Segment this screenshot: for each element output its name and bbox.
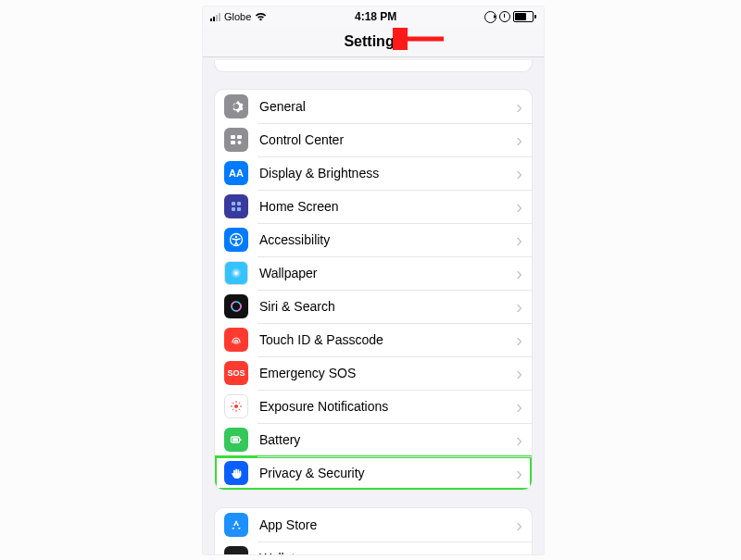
exposure-icon — [224, 394, 248, 418]
wallet-icon — [224, 546, 248, 554]
svg-rect-0 — [231, 135, 235, 139]
rotation-lock-icon — [484, 11, 496, 23]
settings-group-store: App Store › Wallet › — [214, 507, 533, 554]
row-home-screen[interactable]: Home Screen › — [215, 190, 532, 223]
chevron-right-icon: › — [516, 464, 522, 482]
row-label: App Store — [259, 517, 505, 532]
row-label: Wallpaper — [259, 266, 505, 280]
chevron-right-icon: › — [516, 364, 522, 382]
status-bar: Globe 4:18 PM — [203, 6, 544, 26]
row-siri-search[interactable]: Siri & Search › — [215, 290, 532, 323]
svg-point-3 — [238, 141, 242, 144]
svg-rect-1 — [237, 135, 242, 139]
general-icon — [224, 94, 248, 118]
home-screen-icon — [224, 194, 248, 218]
chevron-right-icon: › — [516, 131, 522, 149]
row-wallpaper[interactable]: Wallpaper › — [215, 256, 532, 290]
privacy-icon — [224, 461, 248, 485]
row-battery[interactable]: Battery › — [215, 423, 532, 456]
row-label: Accessibility — [259, 232, 505, 247]
row-label: Siri & Search — [259, 299, 505, 314]
svg-rect-26 — [232, 438, 238, 441]
navbar: Settings — [203, 26, 544, 57]
chevron-right-icon: › — [516, 430, 522, 449]
chevron-right-icon: › — [516, 516, 522, 534]
svg-line-20 — [232, 403, 233, 404]
row-emergency-sos[interactable]: SOS Emergency SOS › — [215, 356, 532, 390]
svg-rect-7 — [237, 207, 241, 211]
chevron-right-icon: › — [516, 330, 522, 349]
row-label: Exposure Notifications — [259, 399, 505, 414]
battery-icon — [513, 11, 536, 22]
app-store-icon — [224, 513, 248, 537]
row-exposure-notifications[interactable]: Exposure Notifications › — [215, 390, 532, 423]
svg-rect-6 — [232, 207, 235, 211]
row-app-store[interactable]: App Store › — [215, 508, 532, 541]
battery-settings-icon — [224, 428, 248, 452]
row-privacy-security[interactable]: Privacy & Security › — [215, 456, 532, 490]
row-general[interactable]: General › — [215, 90, 532, 123]
chevron-right-icon: › — [516, 97, 522, 116]
siri-icon — [224, 294, 248, 318]
chevron-right-icon: › — [516, 397, 522, 416]
chevron-right-icon: › — [516, 549, 522, 554]
annotation-arrow — [393, 28, 448, 50]
svg-line-21 — [239, 409, 240, 410]
row-control-center[interactable]: Control Center › — [215, 123, 532, 156]
alarm-icon — [499, 11, 510, 22]
row-label: Wallet — [259, 551, 505, 554]
svg-point-9 — [235, 236, 237, 238]
row-wallet[interactable]: Wallet › — [215, 541, 532, 554]
sos-icon: SOS — [224, 361, 248, 385]
row-label: Control Center — [259, 132, 505, 147]
row-touch-id-passcode[interactable]: Touch ID & Passcode › — [215, 323, 532, 356]
row-label: Display & Brightness — [259, 166, 505, 180]
settings-group-main: General › Control Center › AA Display & … — [214, 89, 533, 491]
svg-line-22 — [232, 409, 233, 410]
svg-rect-25 — [240, 439, 242, 442]
previous-group-tail — [214, 60, 533, 72]
chevron-right-icon: › — [516, 197, 522, 216]
display-brightness-icon: AA — [224, 161, 248, 185]
svg-point-12 — [235, 272, 238, 275]
control-center-icon — [224, 128, 248, 152]
wifi-icon — [255, 12, 267, 21]
status-time: 4:18 PM — [355, 10, 396, 23]
phone-frame: Globe 4:18 PM Settings General › — [202, 6, 545, 555]
touch-id-icon — [224, 328, 248, 352]
svg-rect-2 — [231, 141, 235, 144]
chevron-right-icon: › — [516, 264, 522, 282]
row-display-brightness[interactable]: AA Display & Brightness › — [215, 156, 532, 190]
chevron-right-icon: › — [516, 230, 522, 249]
row-label: Home Screen — [259, 199, 505, 214]
chevron-right-icon: › — [516, 297, 522, 316]
settings-scroll[interactable]: General › Control Center › AA Display & … — [203, 57, 544, 554]
svg-rect-4 — [232, 202, 235, 205]
accessibility-icon — [224, 228, 248, 252]
row-label: Touch ID & Passcode — [259, 332, 505, 347]
svg-rect-5 — [237, 202, 241, 205]
svg-line-23 — [239, 403, 240, 404]
row-label: Privacy & Security — [259, 466, 505, 480]
carrier-label: Globe — [224, 11, 251, 22]
row-label: Battery — [259, 432, 505, 447]
chevron-right-icon: › — [516, 164, 522, 182]
row-label: Emergency SOS — [259, 366, 505, 380]
wallpaper-icon — [224, 261, 248, 285]
svg-point-15 — [234, 404, 238, 408]
row-accessibility[interactable]: Accessibility › — [215, 223, 532, 256]
row-label: General — [259, 99, 505, 114]
signal-icon — [210, 13, 220, 21]
